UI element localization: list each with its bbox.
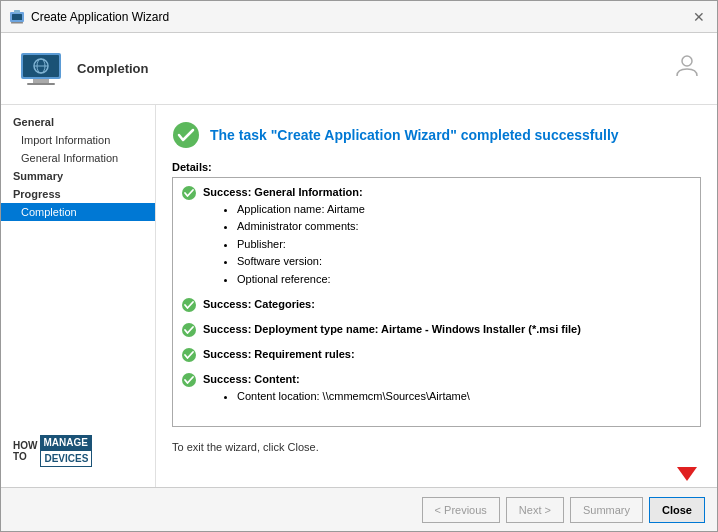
main-content-area: The task "Create Application Wizard" com… xyxy=(156,105,717,487)
svg-point-12 xyxy=(173,122,199,148)
success-banner: The task "Create Application Wizard" com… xyxy=(172,121,701,149)
logo-brand: MANAGE DEVICES xyxy=(40,435,92,467)
previous-button[interactable]: < Previous xyxy=(422,497,500,523)
check-icon-general xyxy=(181,185,197,201)
bottom-bar: < Previous Next > Summary Close xyxy=(1,487,717,531)
sidebar-general-label: General xyxy=(1,113,155,131)
header-text: Completion xyxy=(77,61,665,76)
detail-content: Success: Content: Content location: \\cm… xyxy=(181,371,692,405)
header-banner: Completion xyxy=(1,33,717,105)
svg-marker-18 xyxy=(677,467,697,481)
detail-deployment-text: Success: Deployment type name: Airtame -… xyxy=(203,321,692,338)
main-content: The task "Create Application Wizard" com… xyxy=(156,105,717,435)
logo-area: HOWTO MANAGE DEVICES xyxy=(1,423,155,487)
subitem-appname: Application name: Airtame xyxy=(237,201,692,219)
general-info-subitems: Application name: Airtame Administrator … xyxy=(225,201,692,289)
svg-rect-3 xyxy=(11,22,23,24)
detail-general-info: Success: General Information: Applicatio… xyxy=(181,184,692,288)
next-button[interactable]: Next > xyxy=(506,497,564,523)
success-text: The task "Create Application Wizard" com… xyxy=(210,127,619,143)
close-window-button[interactable]: ✕ xyxy=(689,7,709,27)
titlebar: Create Application Wizard ✕ xyxy=(1,1,717,33)
logo-devices: DEVICES xyxy=(40,450,92,467)
sidebar-item-import-information[interactable]: Import Information xyxy=(1,131,155,149)
svg-rect-2 xyxy=(14,10,20,13)
sidebar-item-completion[interactable]: Completion xyxy=(1,203,155,221)
detail-categories: Success: Categories: xyxy=(181,296,692,313)
summary-button[interactable]: Summary xyxy=(570,497,643,523)
header-title: Completion xyxy=(77,61,665,76)
svg-point-11 xyxy=(682,56,692,66)
check-icon-content xyxy=(181,372,197,388)
subitem-optionalref: Optional reference: xyxy=(237,271,692,289)
subitem-softwareversion: Software version: xyxy=(237,253,692,271)
down-arrow-icon xyxy=(673,457,701,485)
detail-general-info-text: Success: General Information: Applicatio… xyxy=(203,184,692,288)
close-button[interactable]: Close xyxy=(649,497,705,523)
sidebar-section-completion: Completion xyxy=(1,203,155,221)
titlebar-title: Create Application Wizard xyxy=(31,10,689,24)
footer-note: To exit the wizard, click Close. xyxy=(156,435,717,457)
detail-categories-text: Success: Categories: xyxy=(203,296,692,313)
content-subitems: Content location: \\cmmemcm\Sources\Airt… xyxy=(225,388,692,406)
check-icon-categories xyxy=(181,297,197,313)
subitem-publisher: Publisher: xyxy=(237,236,692,254)
detail-deployment: Success: Deployment type name: Airtame -… xyxy=(181,321,692,338)
sidebar-progress-label: Progress xyxy=(1,185,155,203)
dialog-window: Create Application Wizard ✕ Completion xyxy=(0,0,718,532)
detail-requirements-text: Success: Requirement rules: xyxy=(203,346,692,363)
sidebar-item-general-information[interactable]: General Information xyxy=(1,149,155,167)
subitem-admincomments: Administrator comments: xyxy=(237,218,692,236)
check-icon-requirements xyxy=(181,347,197,363)
sidebar-section-progress: Progress xyxy=(1,185,155,203)
svg-rect-1 xyxy=(12,14,22,20)
profile-icon xyxy=(673,52,701,80)
svg-rect-6 xyxy=(33,79,49,83)
sidebar: General Import Information General Infor… xyxy=(1,105,156,487)
details-box[interactable]: Success: General Information: Applicatio… xyxy=(172,177,701,427)
check-icon-deployment xyxy=(181,322,197,338)
logo-howto: HOWTO xyxy=(13,440,37,462)
success-check-icon xyxy=(172,121,200,149)
app-icon xyxy=(9,9,25,25)
logo-manage: MANAGE xyxy=(40,435,92,450)
sidebar-section-general: General Import Information General Infor… xyxy=(1,113,155,167)
wizard-icon xyxy=(17,45,65,93)
sidebar-summary-label: Summary xyxy=(1,167,155,185)
body: General Import Information General Infor… xyxy=(1,105,717,487)
svg-rect-7 xyxy=(27,83,55,85)
person-icon xyxy=(673,52,701,86)
subitem-content-location: Content location: \\cmmemcm\Sources\Airt… xyxy=(237,388,692,406)
sidebar-section-summary: Summary xyxy=(1,167,155,185)
details-label: Details: xyxy=(172,161,701,173)
detail-requirements: Success: Requirement rules: xyxy=(181,346,692,363)
arrow-area xyxy=(156,457,717,487)
detail-content-text: Success: Content: Content location: \\cm… xyxy=(203,371,692,405)
